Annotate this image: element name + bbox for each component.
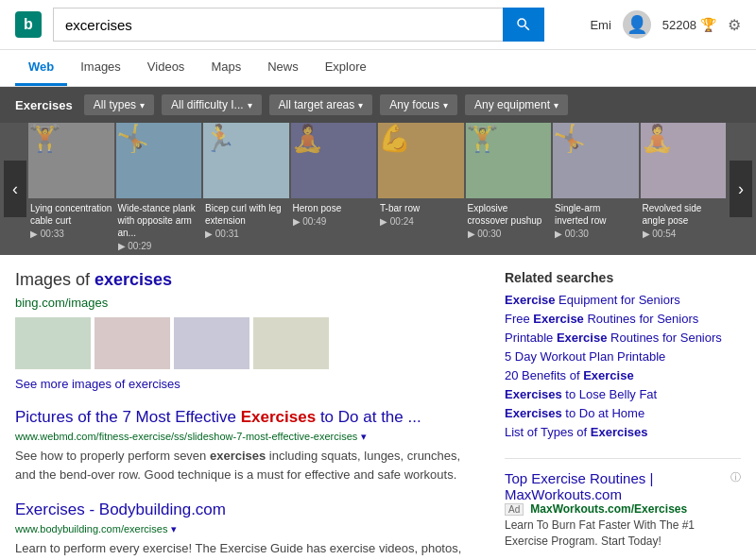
filter-difficulty[interactable]: All difficulty I... [162, 94, 261, 115]
result-title-2: Exercises - Bodybuilding.com [15, 501, 482, 519]
trophy-icon: 🏆 [700, 17, 716, 32]
right-column: Related searches Exercise Equipment for … [505, 270, 741, 560]
result-title-plain-1: Pictures of the 7 Most Effective [15, 408, 241, 426]
ad-url-1[interactable]: MaxWorkouts.com/Exercises [530, 502, 687, 516]
filter-all-types[interactable]: All types [84, 94, 154, 115]
related-item-3[interactable]: Printable Exercise Routines for Seniors [505, 331, 741, 345]
ad-label-1: Ad MaxWorkouts.com/Exercises [505, 502, 741, 516]
carousel-next[interactable]: › [730, 161, 752, 217]
filter-bar: Exercises All types All difficulty I... … [0, 87, 756, 123]
carousel-label-7: Single-arm inverted row [553, 198, 639, 229]
carousel-thumb-2: 🤸 [116, 123, 202, 198]
result-title-plain-2: Exercises - Bodybuilding.com [15, 501, 226, 518]
carousel-thumb-1: 🏋 [28, 123, 114, 198]
related-item-2[interactable]: Free Exercise Routines for Seniors [505, 312, 741, 326]
related-item-4[interactable]: 5 Day Workout Plan Printable [505, 349, 741, 364]
carousel-thumb-8: 🧘 [641, 123, 727, 198]
carousel-duration-6: ▶ 00:30 [466, 229, 552, 243]
carousel-thumb-7: 🤸 [553, 123, 639, 198]
nav-item-images[interactable]: Images [67, 50, 134, 86]
carousel-duration-1: ▶ 00:33 [28, 229, 114, 243]
nav-item-videos[interactable]: Videos [134, 50, 198, 86]
result-dropdown-1[interactable]: ▾ [361, 431, 367, 442]
result-webmd: Pictures of the 7 Most Effective Exercis… [15, 408, 482, 484]
image-thumb-2[interactable] [94, 317, 170, 369]
carousel-label-3: Bicep curl with leg extension [203, 198, 289, 229]
carousel-duration-7: ▶ 00:30 [553, 229, 639, 243]
ad-maxworkouts: ⓘ Top Exercise Routines | MaxWorkouts.co… [505, 458, 741, 550]
main-content: Images of exercises bing.com/images See … [0, 255, 756, 560]
carousel: ‹ 🏋 Lying concentration cable curt ▶ 00:… [0, 123, 756, 255]
carousel-thumb-3: 🏃 [203, 123, 289, 198]
search-bar-container [53, 8, 544, 42]
bing-logo: b [15, 11, 42, 38]
related-searches-title: Related searches [505, 270, 741, 285]
carousel-item[interactable]: 🏃 Bicep curl with leg extension ▶ 00:31 [203, 123, 289, 255]
result-bodybuilding: Exercises - Bodybuilding.com www.bodybui… [15, 501, 482, 560]
image-thumb-3[interactable] [174, 317, 249, 369]
carousel-item[interactable]: 💪 T-bar row ▶ 00:24 [378, 123, 464, 255]
images-section: Images of exercises bing.com/images See … [15, 270, 482, 391]
carousel-item[interactable]: 🏋 Explosive crossover pushup ▶ 00:30 [466, 123, 552, 255]
result-title-bold-1: Exercises [241, 408, 316, 426]
result-snippet-2: Learn to perform every exercise! The Exe… [15, 539, 482, 560]
carousel-label-6: Explosive crossover pushup [466, 198, 552, 229]
nav-item-explore[interactable]: Explore [312, 50, 380, 86]
result-url-2: www.bodybuilding.com/exercises ▾ [15, 521, 482, 535]
result-url-1: www.webmd.com/fitness-exercise/ss/slides… [15, 429, 482, 443]
related-item-1[interactable]: Exercise Equipment for Seniors [505, 293, 741, 307]
search-icon [515, 16, 532, 33]
ad-tag-1: Ad [505, 503, 524, 516]
carousel-duration-4: ▶ 00:49 [291, 216, 377, 230]
search-input[interactable] [53, 8, 503, 42]
filter-label: Exercises [15, 98, 73, 112]
result-url-text-1[interactable]: www.webmd.com/fitness-exercise/ss/slides… [15, 431, 357, 442]
result-snippet-1: See how to properly perform seven exerci… [15, 447, 482, 484]
related-item-7[interactable]: Exercises to Do at Home [505, 406, 741, 420]
points-badge: 52208 🏆 [662, 17, 716, 32]
user-name: Emi [590, 18, 610, 32]
carousel-item[interactable]: 🤸 Wide-stance plank with opposite arm an… [116, 123, 202, 255]
result-url-text-2[interactable]: www.bodybuilding.com/exercises [15, 523, 167, 535]
carousel-thumb-4: 🧘 [291, 123, 377, 198]
ad-title-1[interactable]: Top Exercise Routines | MaxWorkouts.com [505, 470, 653, 502]
carousel-label-4: Heron pose [291, 198, 377, 216]
nav-item-web[interactable]: Web [15, 50, 67, 86]
related-item-6[interactable]: Exercises to Lose Belly Fat [505, 387, 741, 401]
filter-focus[interactable]: Any focus [380, 94, 457, 115]
carousel-label-5: T-bar row [378, 198, 464, 216]
carousel-item[interactable]: 🏋 Lying concentration cable curt ▶ 00:33 [28, 123, 114, 255]
images-heading: Images of exercises [15, 270, 482, 290]
carousel-prev[interactable]: ‹ [4, 161, 26, 217]
related-item-8[interactable]: List of Types of Exercises [505, 425, 741, 439]
carousel-label-1: Lying concentration cable curt [28, 198, 114, 229]
carousel-item[interactable]: 🧘 Revolved side angle pose ▶ 00:54 [641, 123, 727, 255]
search-button[interactable] [503, 8, 544, 42]
image-thumb-4[interactable] [253, 317, 329, 369]
nav-item-maps[interactable]: Maps [198, 50, 254, 86]
filter-equipment[interactable]: Any equipment [465, 94, 568, 115]
carousel-duration-2: ▶ 00:29 [116, 241, 202, 255]
images-source[interactable]: bing.com/images [15, 296, 482, 310]
result-dropdown-2[interactable]: ▾ [171, 523, 177, 535]
avatar: 👤 [623, 10, 651, 39]
carousel-item[interactable]: 🧘 Heron pose ▶ 00:49 [291, 123, 377, 255]
result-link-1[interactable]: Pictures of the 7 Most Effective Exercis… [15, 408, 421, 426]
related-searches: Related searches Exercise Equipment for … [505, 270, 741, 439]
images-heading-bold: exercises [94, 270, 172, 289]
carousel-thumb-5: 💪 [378, 123, 464, 198]
carousel-item[interactable]: 🤸 Single-arm inverted row ▶ 00:30 [553, 123, 639, 255]
snippet-bold-1: exercises [210, 449, 266, 463]
settings-icon[interactable]: ⚙ [728, 16, 741, 34]
carousel-label-8: Revolved side angle pose [641, 198, 727, 229]
related-item-5[interactable]: 20 Benefits of Exercise [505, 368, 741, 382]
left-column: Images of exercises bing.com/images See … [15, 270, 482, 560]
filter-target-areas[interactable]: All target areas [269, 94, 373, 115]
header: b Emi 👤 52208 🏆 ⚙ [0, 0, 756, 50]
result-title-1: Pictures of the 7 Most Effective Exercis… [15, 408, 482, 427]
image-thumb-1[interactable] [15, 317, 91, 369]
ad-info-icon-1[interactable]: ⓘ [730, 470, 741, 484]
nav-item-news[interactable]: News [254, 50, 312, 86]
see-more-images[interactable]: See more images of exercises [15, 377, 482, 391]
result-link-2[interactable]: Exercises - Bodybuilding.com [15, 501, 226, 518]
